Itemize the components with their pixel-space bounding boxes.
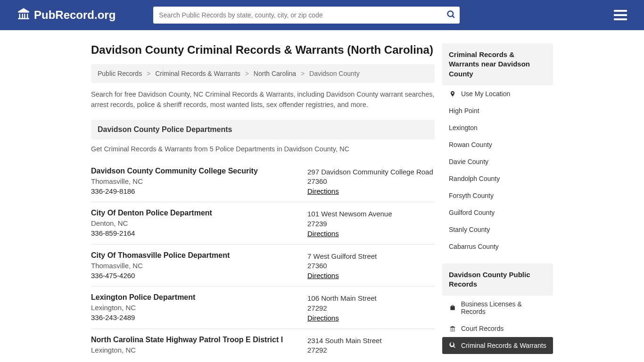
department-name: City Of Denton Police Department xyxy=(91,209,298,217)
sidebar-public-item[interactable]: Criminal Records & Warrants xyxy=(442,337,553,354)
sidebar-near-list: Use My Location xyxy=(442,85,553,102)
sidebar-near-item[interactable]: High Point xyxy=(442,102,553,119)
department-location: Lexington, NC xyxy=(91,346,298,354)
department-location: Denton, NC xyxy=(91,219,298,227)
directions-link[interactable]: Directions xyxy=(307,230,339,238)
sidebar-near-block: Criminal Records & Warrants near Davidso… xyxy=(442,43,553,255)
department-address: 297 Davidson Community College Road xyxy=(307,167,435,178)
department-address: 2314 South Main Street xyxy=(307,336,435,346)
brand-logo[interactable]: PubRecord.org xyxy=(17,7,116,23)
sidebar-public-item[interactable]: Business Licenses & Records xyxy=(442,296,553,320)
search-input[interactable] xyxy=(153,7,460,24)
department-name: Lexington Police Department xyxy=(91,293,298,302)
sidebar-public-label: Criminal Records & Warrants xyxy=(461,342,546,349)
sidebar-near-item[interactable]: Davie County xyxy=(442,153,553,170)
department-location: Thomasville, NC xyxy=(91,177,298,185)
location-pin-icon xyxy=(449,90,456,97)
intro-text: Search for free Davidson County, NC Crim… xyxy=(91,90,435,110)
department-phone: 336-475-4260 xyxy=(91,272,298,280)
department-row: City Of Denton Police Department Denton,… xyxy=(91,202,435,245)
department-name: Davidson County Community College Securi… xyxy=(91,167,298,175)
use-my-location[interactable]: Use My Location xyxy=(442,85,553,102)
sidebar-near-item[interactable]: Cabarrus County xyxy=(442,238,553,255)
sidebar-near-item[interactable]: Rowan County xyxy=(442,136,553,153)
department-row: North Carolina State Highway Patrol Troo… xyxy=(91,329,435,362)
hamburger-icon xyxy=(614,10,627,12)
department-phone: 336-859-2164 xyxy=(91,229,298,237)
breadcrumb-link[interactable]: Public Records xyxy=(98,70,142,77)
department-row: Davidson County Community College Securi… xyxy=(91,160,435,203)
department-phone: 336-249-8186 xyxy=(91,187,298,195)
building-icon xyxy=(17,7,30,23)
top-navigation-bar: PubRecord.org xyxy=(0,0,644,30)
directions-link[interactable]: Directions xyxy=(307,314,339,322)
sidebar-public-header: Davidson County Public Records xyxy=(442,263,553,296)
department-name: North Carolina State Highway Patrol Troo… xyxy=(91,336,298,344)
department-zip: 27292 xyxy=(307,304,435,312)
sidebar-near-item[interactable]: Stanly County xyxy=(442,221,553,238)
sidebar-public-label: Business Licenses & Records xyxy=(461,300,546,315)
court-icon xyxy=(449,325,456,332)
sidebar-near-item[interactable]: Forsyth County xyxy=(442,187,553,204)
sidebar-near-header: Criminal Records & Warrants near Davidso… xyxy=(442,43,553,85)
department-address: 7 West Guilford Street xyxy=(307,251,435,262)
criminal-icon xyxy=(449,342,456,349)
use-location-label: Use My Location xyxy=(461,90,510,98)
main-content: Davidson County Criminal Records & Warra… xyxy=(91,43,435,362)
department-row: Lexington Police Department Lexington, N… xyxy=(91,287,435,329)
svg-point-0 xyxy=(448,11,454,16)
directions-link[interactable]: Directions xyxy=(307,187,339,195)
breadcrumb-link[interactable]: Criminal Records & Warrants xyxy=(155,70,240,77)
sidebar-near-items: High PointLexingtonRowan CountyDavie Cou… xyxy=(442,102,553,255)
department-zip: 27360 xyxy=(307,262,435,270)
department-list: Davidson County Community College Securi… xyxy=(91,160,435,362)
department-row: City Of Thomasville Police Department Th… xyxy=(91,245,435,287)
department-address: 101 West Newsom Avenue xyxy=(307,209,435,220)
department-zip: 27239 xyxy=(307,220,435,228)
sidebar-public-block: Davidson County Public Records Business … xyxy=(442,263,553,354)
sidebar: Criminal Records & Warrants near Davidso… xyxy=(442,43,553,362)
sidebar-near-item[interactable]: Lexington xyxy=(442,119,553,136)
sidebar-public-item[interactable]: Court Records xyxy=(442,320,553,337)
search-button[interactable] xyxy=(445,8,458,22)
sidebar-near-item[interactable]: Guilford County xyxy=(442,204,553,221)
brand-name: PubRecord.org xyxy=(34,8,116,22)
department-name: City Of Thomasville Police Department xyxy=(91,251,298,260)
breadcrumb-current: Davidson County xyxy=(309,70,360,77)
search-container xyxy=(153,7,460,24)
menu-button[interactable] xyxy=(614,10,627,20)
breadcrumb: Public Records > Criminal Records & Warr… xyxy=(91,64,435,83)
department-zip: 27360 xyxy=(307,177,435,185)
business-icon xyxy=(449,304,456,311)
department-zip: 27292 xyxy=(307,346,435,354)
directions-link[interactable]: Directions xyxy=(307,272,339,280)
department-location: Lexington, NC xyxy=(91,304,298,312)
svg-line-1 xyxy=(453,16,454,17)
department-address: 106 North Main Street xyxy=(307,293,435,304)
sidebar-public-label: Court Records xyxy=(461,325,504,332)
section-header: Davidson County Police Departments xyxy=(91,120,435,140)
department-location: Thomasville, NC xyxy=(91,262,298,270)
page-title: Davidson County Criminal Records & Warra… xyxy=(91,43,435,57)
section-subtext: Get Criminal Records & Warrants from 5 P… xyxy=(91,145,435,153)
department-phone: 336-243-2489 xyxy=(91,313,298,321)
search-icon xyxy=(446,10,456,21)
breadcrumb-link[interactable]: North Carolina xyxy=(254,70,296,77)
sidebar-public-items: Business Licenses & RecordsCourt Records… xyxy=(442,296,553,354)
sidebar-near-item[interactable]: Randolph County xyxy=(442,170,553,187)
